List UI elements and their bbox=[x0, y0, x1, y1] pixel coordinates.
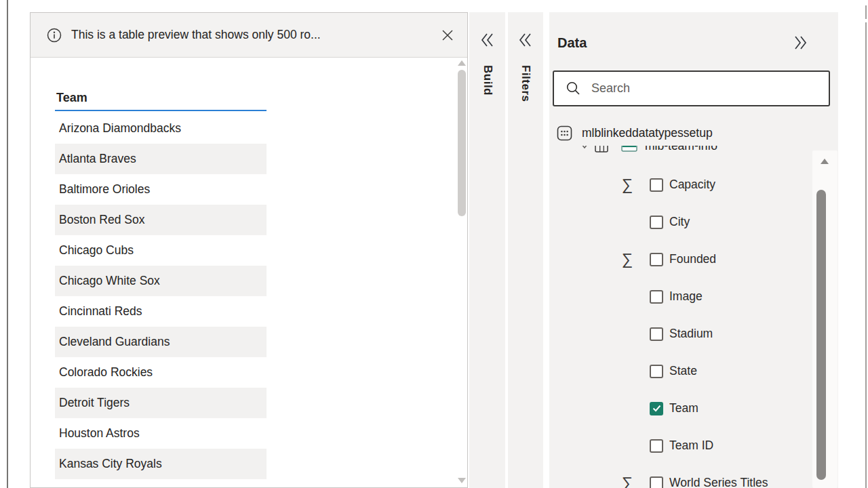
field-row[interactable]: ∑Stadium bbox=[549, 315, 818, 352]
field-checkbox[interactable] bbox=[650, 216, 663, 229]
field-row[interactable]: ∑State bbox=[549, 352, 818, 390]
table-row[interactable]: Chicago White Sox bbox=[55, 266, 267, 296]
table-node-name: mlb-team-info bbox=[645, 146, 717, 153]
window-right-border bbox=[865, 5, 867, 19]
sum-icon: ∑ bbox=[616, 250, 639, 268]
field-row[interactable]: ∑Capacity bbox=[549, 166, 818, 203]
team-table-body: Arizona DiamondbacksAtlanta BravesBaltim… bbox=[55, 113, 267, 479]
table-row[interactable]: Atlanta Braves bbox=[55, 144, 267, 174]
field-checkbox[interactable] bbox=[650, 327, 663, 341]
table-row[interactable]: Colorado Rockies bbox=[55, 357, 267, 388]
data-pane-scrollbar-thumb[interactable] bbox=[816, 190, 826, 480]
column-header-underline bbox=[55, 110, 267, 111]
chevron-double-right-icon[interactable] bbox=[791, 34, 810, 52]
table-row[interactable]: Cincinnati Reds bbox=[55, 296, 267, 327]
preview-scrollbar-thumb[interactable] bbox=[458, 70, 466, 216]
semantic-model-name: mlblinkeddatatypessetup bbox=[582, 126, 713, 140]
field-label: Team ID bbox=[669, 439, 713, 453]
field-row[interactable]: ∑Team bbox=[549, 390, 818, 427]
data-pane-title: Data bbox=[557, 35, 587, 51]
preview-scrollbar[interactable] bbox=[456, 59, 467, 487]
search-box[interactable] bbox=[553, 70, 830, 106]
window-right-border bbox=[865, 22, 867, 488]
field-row[interactable]: ∑World Series Titles bbox=[549, 464, 818, 488]
table-row[interactable]: Detroit Tigers bbox=[55, 388, 267, 418]
scroll-down-arrow-icon[interactable] bbox=[458, 478, 466, 483]
search-input[interactable] bbox=[591, 81, 829, 96]
field-label: City bbox=[669, 215, 690, 229]
app-canvas: This is a table preview that shows only … bbox=[0, 0, 868, 488]
data-pane: Data mlblinked bbox=[549, 12, 838, 488]
table-row[interactable]: Boston Red Sox bbox=[55, 205, 267, 235]
field-checkbox[interactable] bbox=[650, 365, 663, 378]
table-icon bbox=[620, 146, 638, 153]
field-row[interactable]: ∑Team ID bbox=[549, 427, 818, 464]
grid-icon bbox=[594, 146, 609, 153]
build-pane-label: Build bbox=[481, 65, 494, 96]
table-row[interactable]: Cleveland Guardians bbox=[55, 327, 267, 357]
field-label: Capacity bbox=[669, 178, 715, 192]
table-column-header[interactable]: Team bbox=[56, 91, 87, 105]
field-row[interactable]: ∑Image bbox=[549, 278, 818, 315]
chevron-double-left-icon[interactable] bbox=[478, 31, 497, 49]
info-icon bbox=[46, 27, 62, 43]
field-list: ∑Capacity∑City∑Founded∑Image∑Stadium∑Sta… bbox=[549, 146, 818, 488]
field-checkbox[interactable] bbox=[650, 253, 663, 266]
search-icon bbox=[566, 81, 581, 96]
field-checkbox[interactable] bbox=[650, 439, 663, 453]
field-scroll-area: mlb-team-info ∑Capacity∑City∑Founded∑Ima… bbox=[549, 146, 818, 488]
table-row[interactable]: Baltimore Orioles bbox=[55, 174, 267, 205]
table-row[interactable]: Arizona Diamondbacks bbox=[55, 113, 267, 144]
field-label: Founded bbox=[669, 252, 716, 266]
field-checkbox[interactable] bbox=[650, 178, 663, 192]
field-checkbox[interactable] bbox=[650, 402, 663, 415]
preview-banner: This is a table preview that shows only … bbox=[31, 13, 467, 58]
table-row[interactable]: Kansas City Royals bbox=[55, 449, 267, 479]
field-label: State bbox=[669, 364, 697, 378]
semantic-model-row[interactable]: mlblinkeddatatypessetup bbox=[556, 125, 713, 142]
chevron-double-left-icon[interactable] bbox=[516, 31, 535, 49]
table-row[interactable]: Chicago Cubs bbox=[55, 235, 267, 266]
field-checkbox[interactable] bbox=[650, 476, 663, 488]
field-row[interactable]: ∑City bbox=[549, 203, 818, 241]
build-pane-collapsed[interactable]: Build bbox=[469, 12, 505, 488]
table-node-row[interactable]: mlb-team-info bbox=[549, 146, 717, 162]
filters-pane-collapsed[interactable]: Filters bbox=[508, 12, 543, 488]
field-row[interactable]: ∑Founded bbox=[549, 241, 818, 278]
field-checkbox[interactable] bbox=[650, 290, 663, 304]
field-label: Team bbox=[669, 401, 698, 415]
semantic-model-icon bbox=[556, 125, 573, 142]
data-pane-header: Data bbox=[549, 33, 838, 60]
field-label: Image bbox=[669, 289, 703, 304]
scroll-up-arrow-icon[interactable] bbox=[821, 159, 829, 164]
scroll-up-arrow-icon[interactable] bbox=[458, 60, 466, 66]
preview-banner-message: This is a table preview that shows only … bbox=[71, 28, 321, 42]
canvas-left-border bbox=[7, 0, 8, 488]
sum-icon: ∑ bbox=[616, 474, 639, 488]
table-row[interactable]: Houston Astros bbox=[55, 418, 267, 449]
close-icon[interactable] bbox=[441, 29, 454, 41]
sum-icon: ∑ bbox=[616, 176, 639, 194]
chevron-down-icon[interactable] bbox=[580, 146, 589, 149]
field-label: World Series Titles bbox=[669, 476, 768, 488]
table-preview-popup: This is a table preview that shows only … bbox=[30, 12, 468, 488]
filters-pane-label: Filters bbox=[519, 65, 532, 102]
field-label: Stadium bbox=[669, 327, 713, 341]
